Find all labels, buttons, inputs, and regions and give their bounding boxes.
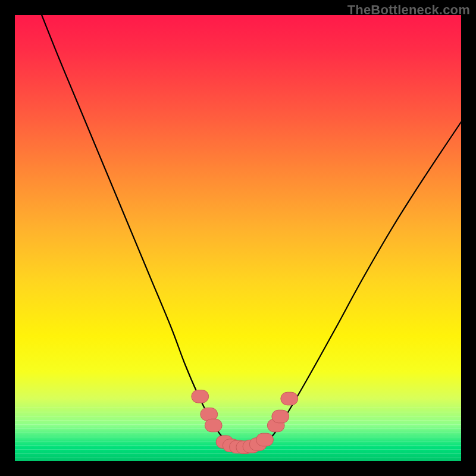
watermark-text: TheBottleneck.com: [347, 2, 470, 18]
curve-marker: [256, 433, 274, 446]
curve-marker: [281, 392, 298, 405]
chart-svg: [15, 15, 461, 461]
chart-frame: [15, 15, 461, 461]
curve-marker: [205, 419, 222, 432]
curve-marker: [192, 390, 209, 403]
bottleneck-curve: [42, 15, 461, 448]
curve-marker: [272, 410, 289, 423]
curve-markers: [192, 390, 298, 453]
